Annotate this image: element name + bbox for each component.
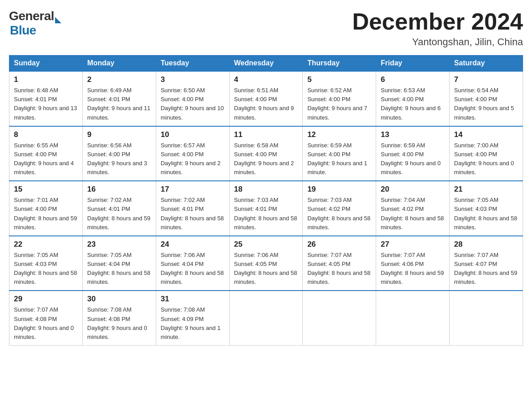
- day-number: 20: [381, 185, 445, 194]
- column-header-sunday: Sunday: [9, 56, 83, 72]
- day-number: 7: [454, 75, 518, 84]
- calendar-cell: 25 Sunrise: 7:06 AMSunset: 4:05 PMDaylig…: [229, 236, 303, 291]
- calendar-cell: [303, 291, 376, 345]
- day-number: 25: [234, 240, 298, 249]
- calendar-cell: 7 Sunrise: 6:54 AMSunset: 4:00 PMDayligh…: [450, 71, 523, 126]
- calendar-cell: 4 Sunrise: 6:51 AMSunset: 4:00 PMDayligh…: [229, 71, 303, 126]
- day-number: 16: [87, 185, 151, 194]
- calendar-cell: 19 Sunrise: 7:03 AMSunset: 4:02 PMDaylig…: [303, 181, 376, 236]
- logo-general-text: General: [9, 9, 54, 23]
- day-number: 30: [87, 295, 151, 304]
- day-info: Sunrise: 7:03 AMSunset: 4:02 PMDaylight:…: [307, 197, 370, 230]
- calendar-cell: 26 Sunrise: 7:07 AMSunset: 4:05 PMDaylig…: [303, 236, 376, 291]
- calendar-cell: 20 Sunrise: 7:04 AMSunset: 4:02 PMDaylig…: [376, 181, 450, 236]
- calendar-cell: 5 Sunrise: 6:52 AMSunset: 4:00 PMDayligh…: [303, 71, 376, 126]
- calendar-cell: 29 Sunrise: 7:07 AMSunset: 4:08 PMDaylig…: [9, 291, 83, 345]
- day-info: Sunrise: 7:05 AMSunset: 4:04 PMDaylight:…: [87, 252, 150, 285]
- day-number: 31: [161, 295, 225, 304]
- day-info: Sunrise: 6:56 AMSunset: 4:00 PMDaylight:…: [87, 142, 147, 176]
- column-header-monday: Monday: [82, 56, 156, 72]
- day-number: 6: [381, 75, 445, 84]
- calendar-cell: 30 Sunrise: 7:08 AMSunset: 4:08 PMDaylig…: [82, 291, 156, 345]
- day-info: Sunrise: 7:08 AMSunset: 4:08 PMDaylight:…: [87, 306, 147, 340]
- title-area: December 2024 Yantongshan, Jilin, China: [352, 9, 523, 48]
- calendar-header-row: SundayMondayTuesdayWednesdayThursdayFrid…: [9, 56, 523, 72]
- logo-blue-text: Blue: [10, 23, 36, 38]
- calendar-cell: 15 Sunrise: 7:01 AMSunset: 4:00 PMDaylig…: [9, 181, 83, 236]
- day-info: Sunrise: 7:04 AMSunset: 4:02 PMDaylight:…: [381, 197, 444, 230]
- calendar-cell: 8 Sunrise: 6:55 AMSunset: 4:00 PMDayligh…: [9, 126, 83, 181]
- calendar-cell: 14 Sunrise: 7:00 AMSunset: 4:00 PMDaylig…: [450, 126, 523, 181]
- day-number: 28: [454, 240, 518, 249]
- day-info: Sunrise: 6:48 AMSunset: 4:01 PMDaylight:…: [14, 87, 77, 120]
- calendar-cell: 1 Sunrise: 6:48 AMSunset: 4:01 PMDayligh…: [9, 71, 83, 126]
- calendar-cell: 2 Sunrise: 6:49 AMSunset: 4:01 PMDayligh…: [82, 71, 156, 126]
- day-info: Sunrise: 6:50 AMSunset: 4:00 PMDaylight:…: [161, 87, 224, 120]
- day-info: Sunrise: 6:54 AMSunset: 4:00 PMDaylight:…: [454, 87, 514, 120]
- day-info: Sunrise: 6:53 AMSunset: 4:00 PMDaylight:…: [381, 87, 441, 120]
- day-number: 3: [161, 75, 225, 84]
- calendar-cell: 13 Sunrise: 6:59 AMSunset: 4:00 PMDaylig…: [376, 126, 450, 181]
- day-number: 12: [307, 130, 371, 139]
- day-info: Sunrise: 7:07 AMSunset: 4:08 PMDaylight:…: [14, 306, 74, 340]
- day-info: Sunrise: 7:06 AMSunset: 4:04 PMDaylight:…: [161, 252, 224, 285]
- calendar-cell: 18 Sunrise: 7:03 AMSunset: 4:01 PMDaylig…: [229, 181, 303, 236]
- calendar-week-row: 15 Sunrise: 7:01 AMSunset: 4:00 PMDaylig…: [9, 181, 523, 236]
- calendar-cell: [450, 291, 523, 345]
- day-number: 19: [307, 185, 371, 194]
- day-info: Sunrise: 7:02 AMSunset: 4:01 PMDaylight:…: [161, 197, 224, 230]
- day-number: 14: [454, 130, 518, 139]
- calendar-cell: [376, 291, 450, 345]
- day-info: Sunrise: 6:52 AMSunset: 4:00 PMDaylight:…: [307, 87, 367, 120]
- calendar-week-row: 22 Sunrise: 7:05 AMSunset: 4:03 PMDaylig…: [9, 236, 523, 291]
- calendar-cell: 21 Sunrise: 7:05 AMSunset: 4:03 PMDaylig…: [450, 181, 523, 236]
- day-info: Sunrise: 6:51 AMSunset: 4:00 PMDaylight:…: [234, 87, 294, 120]
- day-number: 9: [87, 130, 151, 139]
- day-number: 17: [161, 185, 225, 194]
- column-header-friday: Friday: [376, 56, 450, 72]
- calendar-cell: 9 Sunrise: 6:56 AMSunset: 4:00 PMDayligh…: [82, 126, 156, 181]
- day-info: Sunrise: 6:59 AMSunset: 4:00 PMDaylight:…: [381, 142, 441, 176]
- day-info: Sunrise: 7:07 AMSunset: 4:07 PMDaylight:…: [454, 252, 517, 285]
- day-number: 29: [14, 295, 78, 304]
- calendar-cell: 12 Sunrise: 6:59 AMSunset: 4:00 PMDaylig…: [303, 126, 376, 181]
- calendar-table: SundayMondayTuesdayWednesdayThursdayFrid…: [9, 55, 523, 346]
- calendar-cell: 17 Sunrise: 7:02 AMSunset: 4:01 PMDaylig…: [156, 181, 229, 236]
- day-number: 13: [381, 130, 445, 139]
- calendar-cell: 3 Sunrise: 6:50 AMSunset: 4:00 PMDayligh…: [156, 71, 229, 126]
- day-info: Sunrise: 7:01 AMSunset: 4:00 PMDaylight:…: [14, 197, 77, 230]
- day-info: Sunrise: 7:07 AMSunset: 4:05 PMDaylight:…: [307, 252, 370, 285]
- logo: General Blue: [9, 9, 61, 38]
- day-number: 4: [234, 75, 298, 84]
- calendar-cell: 27 Sunrise: 7:07 AMSunset: 4:06 PMDaylig…: [376, 236, 450, 291]
- day-info: Sunrise: 7:00 AMSunset: 4:00 PMDaylight:…: [454, 142, 514, 176]
- day-number: 21: [454, 185, 518, 194]
- day-number: 5: [307, 75, 371, 84]
- day-number: 1: [14, 75, 78, 84]
- day-number: 10: [161, 130, 225, 139]
- day-number: 22: [14, 240, 78, 249]
- day-info: Sunrise: 7:05 AMSunset: 4:03 PMDaylight:…: [454, 197, 517, 230]
- day-info: Sunrise: 6:55 AMSunset: 4:00 PMDaylight:…: [14, 142, 74, 176]
- day-info: Sunrise: 7:06 AMSunset: 4:05 PMDaylight:…: [234, 252, 297, 285]
- month-title: December 2024: [352, 9, 523, 34]
- column-header-saturday: Saturday: [450, 56, 523, 72]
- day-info: Sunrise: 7:05 AMSunset: 4:03 PMDaylight:…: [14, 252, 77, 285]
- location-text: Yantongshan, Jilin, China: [352, 36, 523, 48]
- day-info: Sunrise: 6:49 AMSunset: 4:01 PMDaylight:…: [87, 87, 150, 120]
- calendar-cell: 11 Sunrise: 6:58 AMSunset: 4:00 PMDaylig…: [229, 126, 303, 181]
- calendar-week-row: 1 Sunrise: 6:48 AMSunset: 4:01 PMDayligh…: [9, 71, 523, 126]
- calendar-cell: 28 Sunrise: 7:07 AMSunset: 4:07 PMDaylig…: [450, 236, 523, 291]
- day-info: Sunrise: 6:58 AMSunset: 4:00 PMDaylight:…: [234, 142, 294, 176]
- day-number: 18: [234, 185, 298, 194]
- day-number: 26: [307, 240, 371, 249]
- calendar-cell: 23 Sunrise: 7:05 AMSunset: 4:04 PMDaylig…: [82, 236, 156, 291]
- day-number: 24: [161, 240, 225, 249]
- day-info: Sunrise: 7:08 AMSunset: 4:09 PMDaylight:…: [161, 306, 221, 340]
- calendar-cell: 22 Sunrise: 7:05 AMSunset: 4:03 PMDaylig…: [9, 236, 83, 291]
- calendar-cell: 24 Sunrise: 7:06 AMSunset: 4:04 PMDaylig…: [156, 236, 229, 291]
- column-header-tuesday: Tuesday: [156, 56, 229, 72]
- calendar-cell: 6 Sunrise: 6:53 AMSunset: 4:00 PMDayligh…: [376, 71, 450, 126]
- day-number: 23: [87, 240, 151, 249]
- calendar-cell: [229, 291, 303, 345]
